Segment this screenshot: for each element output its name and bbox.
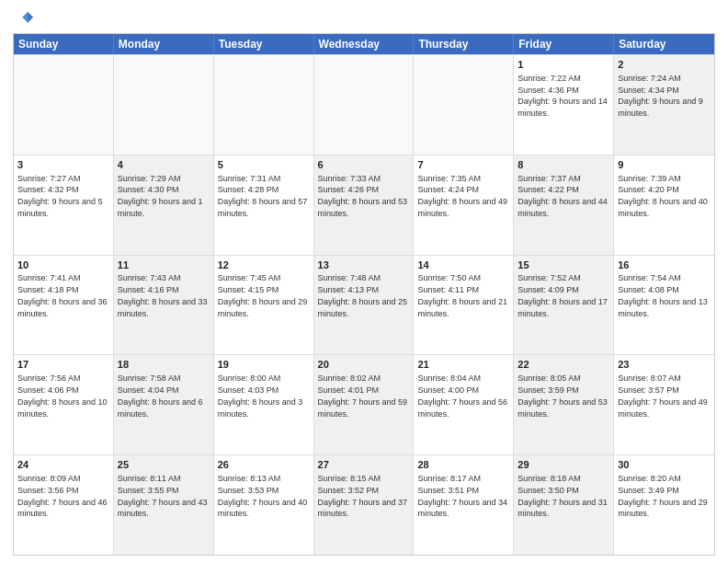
day-number: 27 xyxy=(318,458,410,472)
day-info: Sunrise: 8:09 AM Sunset: 3:56 PM Dayligh… xyxy=(17,474,108,518)
cal-cell-11: 11Sunrise: 7:43 AM Sunset: 4:16 PM Dayli… xyxy=(114,256,214,355)
cal-cell-1: 1Sunrise: 7:22 AM Sunset: 4:36 PM Daylig… xyxy=(514,55,614,155)
header-cell-wednesday: Wednesday xyxy=(314,34,415,54)
day-number: 8 xyxy=(518,158,609,172)
day-info: Sunrise: 7:50 AM Sunset: 4:11 PM Dayligh… xyxy=(417,273,507,317)
header-cell-saturday: Saturday xyxy=(614,34,714,54)
week-row-3: 10Sunrise: 7:41 AM Sunset: 4:18 PM Dayli… xyxy=(14,255,714,355)
day-info: Sunrise: 8:07 AM Sunset: 3:57 PM Dayligh… xyxy=(618,373,708,418)
day-number: 3 xyxy=(17,158,109,172)
day-number: 15 xyxy=(518,259,609,272)
calendar-header: SundayMondayTuesdayWednesdayThursdayFrid… xyxy=(14,34,714,54)
day-info: Sunrise: 7:56 AM Sunset: 4:06 PM Dayligh… xyxy=(17,373,108,418)
svg-marker-1 xyxy=(28,12,33,23)
cal-cell-20: 20Sunrise: 8:02 AM Sunset: 4:01 PM Dayli… xyxy=(314,355,415,454)
calendar: SundayMondayTuesdayWednesdayThursdayFrid… xyxy=(13,33,715,556)
week-row-1: 1Sunrise: 7:22 AM Sunset: 4:36 PM Daylig… xyxy=(14,54,714,155)
day-number: 22 xyxy=(518,358,609,372)
week-row-2: 3Sunrise: 7:27 AM Sunset: 4:32 PM Daylig… xyxy=(14,155,714,255)
header-cell-monday: Monday xyxy=(114,34,214,54)
cal-cell-24: 24Sunrise: 8:09 AM Sunset: 3:56 PM Dayli… xyxy=(14,455,114,555)
cal-cell-10: 10Sunrise: 7:41 AM Sunset: 4:18 PM Dayli… xyxy=(14,256,114,355)
day-number: 26 xyxy=(218,458,310,472)
cal-cell-empty-0-3 xyxy=(314,55,415,155)
day-info: Sunrise: 7:48 AM Sunset: 4:13 PM Dayligh… xyxy=(318,273,408,317)
day-number: 2 xyxy=(618,58,711,72)
day-number: 30 xyxy=(618,458,711,472)
cal-cell-30: 30Sunrise: 8:20 AM Sunset: 3:49 PM Dayli… xyxy=(614,455,714,555)
logo-icon xyxy=(13,9,33,29)
page: SundayMondayTuesdayWednesdayThursdayFrid… xyxy=(0,0,728,563)
header-cell-friday: Friday xyxy=(514,34,614,54)
cal-cell-empty-0-1 xyxy=(114,55,214,155)
cal-cell-2: 2Sunrise: 7:24 AM Sunset: 4:34 PM Daylig… xyxy=(614,55,714,155)
logo xyxy=(13,9,35,29)
cal-cell-empty-0-0 xyxy=(14,55,114,155)
day-info: Sunrise: 8:02 AM Sunset: 4:01 PM Dayligh… xyxy=(318,373,408,418)
day-number: 14 xyxy=(417,259,509,272)
cal-cell-17: 17Sunrise: 7:56 AM Sunset: 4:06 PM Dayli… xyxy=(14,355,114,454)
day-number: 13 xyxy=(318,259,410,272)
week-row-5: 24Sunrise: 8:09 AM Sunset: 3:56 PM Dayli… xyxy=(14,454,714,555)
day-number: 9 xyxy=(618,158,711,172)
cal-cell-18: 18Sunrise: 7:58 AM Sunset: 4:04 PM Dayli… xyxy=(114,355,214,454)
cal-cell-12: 12Sunrise: 7:45 AM Sunset: 4:15 PM Dayli… xyxy=(214,256,314,355)
cal-cell-14: 14Sunrise: 7:50 AM Sunset: 4:11 PM Dayli… xyxy=(414,256,514,355)
cal-cell-23: 23Sunrise: 8:07 AM Sunset: 3:57 PM Dayli… xyxy=(614,355,714,454)
day-number: 23 xyxy=(618,358,711,372)
cal-cell-29: 29Sunrise: 8:18 AM Sunset: 3:50 PM Dayli… xyxy=(514,455,614,555)
day-info: Sunrise: 7:45 AM Sunset: 4:15 PM Dayligh… xyxy=(218,273,308,317)
cal-cell-16: 16Sunrise: 7:54 AM Sunset: 4:08 PM Dayli… xyxy=(614,256,714,355)
cal-cell-13: 13Sunrise: 7:48 AM Sunset: 4:13 PM Dayli… xyxy=(314,256,415,355)
day-number: 28 xyxy=(417,458,509,472)
cal-cell-19: 19Sunrise: 8:00 AM Sunset: 4:03 PM Dayli… xyxy=(214,355,314,454)
day-info: Sunrise: 7:54 AM Sunset: 4:08 PM Dayligh… xyxy=(618,273,708,317)
cal-cell-28: 28Sunrise: 8:17 AM Sunset: 3:51 PM Dayli… xyxy=(414,455,514,555)
cal-cell-empty-0-2 xyxy=(214,55,314,155)
day-info: Sunrise: 8:20 AM Sunset: 3:49 PM Dayligh… xyxy=(618,474,708,518)
cal-cell-9: 9Sunrise: 7:39 AM Sunset: 4:20 PM Daylig… xyxy=(614,155,714,255)
day-info: Sunrise: 7:29 AM Sunset: 4:30 PM Dayligh… xyxy=(118,174,203,218)
day-info: Sunrise: 7:27 AM Sunset: 4:32 PM Dayligh… xyxy=(17,174,103,218)
cal-cell-empty-0-4 xyxy=(414,55,514,155)
cal-cell-8: 8Sunrise: 7:37 AM Sunset: 4:22 PM Daylig… xyxy=(514,155,614,255)
header-cell-sunday: Sunday xyxy=(14,34,114,54)
day-number: 17 xyxy=(17,358,109,372)
day-number: 20 xyxy=(318,358,410,372)
cal-cell-21: 21Sunrise: 8:04 AM Sunset: 4:00 PM Dayli… xyxy=(414,355,514,454)
day-number: 6 xyxy=(318,158,410,172)
day-number: 4 xyxy=(118,158,210,172)
day-info: Sunrise: 8:11 AM Sunset: 3:55 PM Dayligh… xyxy=(118,474,208,518)
cal-cell-15: 15Sunrise: 7:52 AM Sunset: 4:09 PM Dayli… xyxy=(514,256,614,355)
header-cell-thursday: Thursday xyxy=(414,34,514,54)
day-info: Sunrise: 7:24 AM Sunset: 4:34 PM Dayligh… xyxy=(618,74,703,118)
day-number: 29 xyxy=(518,458,609,472)
cal-cell-6: 6Sunrise: 7:33 AM Sunset: 4:26 PM Daylig… xyxy=(314,155,415,255)
day-info: Sunrise: 7:22 AM Sunset: 4:36 PM Dayligh… xyxy=(518,74,608,118)
day-number: 21 xyxy=(417,358,509,372)
day-info: Sunrise: 7:35 AM Sunset: 4:24 PM Dayligh… xyxy=(417,174,507,218)
day-info: Sunrise: 8:17 AM Sunset: 3:51 PM Dayligh… xyxy=(417,474,507,518)
day-info: Sunrise: 7:41 AM Sunset: 4:18 PM Dayligh… xyxy=(17,273,108,317)
day-info: Sunrise: 8:15 AM Sunset: 3:52 PM Dayligh… xyxy=(318,474,408,518)
cal-cell-27: 27Sunrise: 8:15 AM Sunset: 3:52 PM Dayli… xyxy=(314,455,415,555)
day-number: 1 xyxy=(518,58,609,72)
week-row-4: 17Sunrise: 7:56 AM Sunset: 4:06 PM Dayli… xyxy=(14,354,714,454)
day-info: Sunrise: 8:05 AM Sunset: 3:59 PM Dayligh… xyxy=(518,373,608,418)
day-number: 12 xyxy=(218,259,310,272)
cal-cell-26: 26Sunrise: 8:13 AM Sunset: 3:53 PM Dayli… xyxy=(214,455,314,555)
day-number: 7 xyxy=(417,158,509,172)
day-info: Sunrise: 7:33 AM Sunset: 4:26 PM Dayligh… xyxy=(318,174,408,218)
day-info: Sunrise: 8:04 AM Sunset: 4:00 PM Dayligh… xyxy=(417,373,507,418)
day-info: Sunrise: 7:58 AM Sunset: 4:04 PM Dayligh… xyxy=(118,373,203,418)
day-number: 16 xyxy=(618,259,711,272)
header-cell-tuesday: Tuesday xyxy=(214,34,314,54)
cal-cell-4: 4Sunrise: 7:29 AM Sunset: 4:30 PM Daylig… xyxy=(114,155,214,255)
day-info: Sunrise: 8:18 AM Sunset: 3:50 PM Dayligh… xyxy=(518,474,608,518)
day-number: 25 xyxy=(118,458,210,472)
day-number: 18 xyxy=(118,358,210,372)
day-info: Sunrise: 7:43 AM Sunset: 4:16 PM Dayligh… xyxy=(118,273,208,317)
day-number: 5 xyxy=(218,158,310,172)
day-number: 10 xyxy=(17,259,109,272)
day-info: Sunrise: 8:00 AM Sunset: 4:03 PM Dayligh… xyxy=(218,373,303,418)
